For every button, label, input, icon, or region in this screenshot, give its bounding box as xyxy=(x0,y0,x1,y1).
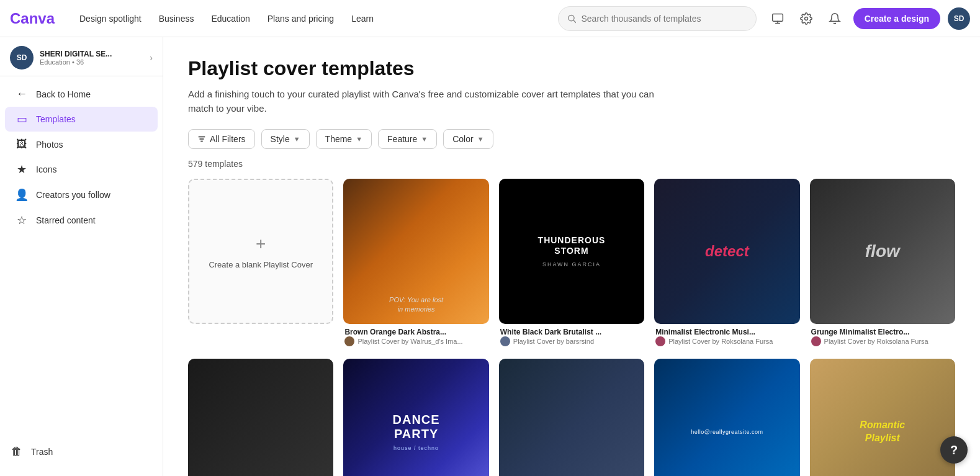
template-thumb-t4: flow 🎓 xyxy=(810,179,955,324)
settings-icon-btn[interactable] xyxy=(795,7,817,30)
sidebar-item-back-home-label: Back to Home xyxy=(36,89,91,99)
sidebar-user-sub: Education • 36 xyxy=(40,58,143,66)
edu-badge-t2: 🎓 xyxy=(626,305,639,319)
creators-follow-icon: 👤 xyxy=(15,188,29,202)
template-name-t4: Grunge Minimalist Electro... xyxy=(811,328,954,336)
template-card-t7[interactable]: RUNNER Runner Playlist Cover xyxy=(499,359,644,476)
nav-business[interactable]: Business xyxy=(150,10,203,27)
svg-text:Canva: Canva xyxy=(10,10,55,27)
template-by-t3: Playlist Cover by Roksolana Fursa xyxy=(668,338,773,345)
template-card-t1[interactable]: POV: You are lostin memories 🎓 Brown Ora… xyxy=(343,179,488,349)
help-button[interactable]: ? xyxy=(940,436,968,464)
sidebar-item-photos[interactable]: 🖼 Photos xyxy=(5,132,158,156)
template-card-t6[interactable]: DANCEPARTY house / techno Dance Party Pl… xyxy=(343,359,488,476)
template-thumb-t7: RUNNER xyxy=(499,359,644,476)
template-thumb-t9: RomanticPlaylist xyxy=(810,359,955,476)
sidebar-item-trash[interactable]: 🗑 Trash xyxy=(0,439,163,464)
template-card-t3[interactable]: detect 🎓 Minimalist Electronic Musi... P… xyxy=(654,179,799,349)
monitor-icon-btn[interactable] xyxy=(766,7,789,30)
edu-badge-t3: 🎓 xyxy=(781,305,795,319)
feature-filter-button[interactable]: Feature ▼ xyxy=(378,129,437,149)
template-count: 579 templates xyxy=(188,159,955,169)
svg-line-2 xyxy=(573,20,576,22)
template-by-avatar-t1 xyxy=(344,336,354,346)
sidebar-item-icons[interactable]: ★ Icons xyxy=(5,157,158,182)
template-card-t5[interactable]: Love Love Dark... Playlist Cover xyxy=(188,359,333,476)
all-filters-label: All Filters xyxy=(210,134,246,144)
style-filter-button[interactable]: Style ▼ xyxy=(261,129,310,149)
starred-icon: ☆ xyxy=(15,213,29,227)
topnav-icon-group xyxy=(766,7,846,30)
template-info-t2: White Black Dark Brutalist ... Playlist … xyxy=(499,324,644,349)
photos-icon: 🖼 xyxy=(15,138,29,151)
template-by-t4: Playlist Cover by Roksolana Fursa xyxy=(824,338,928,345)
sidebar-item-starred-label: Starred content xyxy=(36,215,96,225)
sidebar-item-templates-label: Templates xyxy=(36,114,76,124)
theme-filter-label: Theme xyxy=(325,134,353,144)
sidebar-item-photos-label: Photos xyxy=(36,140,63,150)
sidebar-user-avatar: SD xyxy=(10,46,34,70)
blank-card-label: Create a blank Playlist Cover xyxy=(201,260,320,269)
template-by-row-t1: Playlist Cover by Walrus_d's Ima... xyxy=(344,336,487,346)
template-info-t4: Grunge Minimalist Electro... Playlist Co… xyxy=(810,324,955,349)
nav-design-spotlight[interactable]: Design spotlight xyxy=(71,10,150,27)
template-by-avatar-t3 xyxy=(655,336,665,346)
top-navigation: Canva Design spotlight Business Educatio… xyxy=(0,0,980,37)
sidebar-item-creators-follow-label: Creators you follow xyxy=(36,190,110,200)
style-chevron-icon: ▼ xyxy=(294,135,300,143)
color-chevron-icon: ▼ xyxy=(477,135,484,143)
create-blank-card[interactable]: + Create a blank Playlist Cover xyxy=(188,179,333,324)
feature-filter-label: Feature xyxy=(387,134,417,144)
theme-filter-button[interactable]: Theme ▼ xyxy=(316,129,372,149)
main-layout: SD SHERI DIGITAL SE... Education • 36 › … xyxy=(0,37,980,476)
color-filter-button[interactable]: Color ▼ xyxy=(443,129,493,149)
template-name-t2: White Black Dark Brutalist ... xyxy=(500,328,643,336)
sidebar-item-creators-follow[interactable]: 👤 Creators you follow xyxy=(5,182,158,207)
nav-education[interactable]: Education xyxy=(202,10,258,27)
sidebar-user-card[interactable]: SD SHERI DIGITAL SE... Education • 36 › xyxy=(0,37,163,76)
sidebar-item-templates[interactable]: ▭ Templates xyxy=(5,107,158,132)
logo[interactable]: Canva xyxy=(10,10,60,27)
sidebar-trash-label: Trash xyxy=(31,447,53,457)
search-bar xyxy=(558,6,757,31)
template-card-t9[interactable]: RomanticPlaylist Romantic Playlist Playl… xyxy=(810,359,955,476)
templates-icon: ▭ xyxy=(15,112,29,126)
template-info-t3: Minimalist Electronic Musi... Playlist C… xyxy=(654,324,799,349)
template-thumb-t8: hello@reallygreatsite.com xyxy=(654,359,799,476)
template-by-row-t3: Playlist Cover by Roksolana Fursa xyxy=(655,336,798,346)
template-card-t4[interactable]: flow 🎓 Grunge Minimalist Electro... Play… xyxy=(810,179,955,349)
sidebar-user-name: SHERI DIGITAL SE... xyxy=(40,50,143,58)
sidebar-user-chevron-icon: › xyxy=(150,53,153,63)
sidebar-item-icons-label: Icons xyxy=(36,164,56,174)
style-filter-label: Style xyxy=(271,134,290,144)
sidebar-user-info: SHERI DIGITAL SE... Education • 36 xyxy=(40,50,143,66)
create-design-button[interactable]: Create a design xyxy=(853,8,940,29)
notifications-icon-btn[interactable] xyxy=(824,7,846,30)
nav-learn[interactable]: Learn xyxy=(343,10,382,27)
template-by-row-t2: Playlist Cover by barsrsind xyxy=(500,336,643,346)
search-input[interactable] xyxy=(581,14,747,24)
filter-bar: All Filters Style ▼ Theme ▼ Feature ▼ Co… xyxy=(188,129,955,149)
sidebar-item-back-home[interactable]: ← Back to Home xyxy=(5,82,158,106)
template-by-t1: Playlist Cover by Walrus_d's Ima... xyxy=(357,338,462,345)
template-card-t2[interactable]: THUNDEROUSSTORM SHAWN GARCIA 🎓 White Bla… xyxy=(499,179,644,349)
template-card-t8[interactable]: hello@reallygreatsite.com Hello Really G… xyxy=(654,359,799,476)
template-by-avatar-t4 xyxy=(811,336,821,346)
trash-icon: 🗑 xyxy=(10,445,24,458)
back-home-icon: ← xyxy=(15,88,29,101)
user-avatar[interactable]: SD xyxy=(948,7,970,30)
edu-badge-t4: 🎓 xyxy=(937,305,950,319)
template-name-t1: Brown Orange Dark Abstra... xyxy=(344,328,487,336)
template-name-t3: Minimalist Electronic Musi... xyxy=(655,328,798,336)
theme-chevron-icon: ▼ xyxy=(356,135,362,143)
color-filter-label: Color xyxy=(452,134,473,144)
feature-chevron-icon: ▼ xyxy=(421,135,428,143)
all-filters-button[interactable]: All Filters xyxy=(188,129,255,149)
blank-plus-icon: + xyxy=(256,234,266,254)
sidebar-nav: ← Back to Home ▭ Templates 🖼 Photos ★ Ic… xyxy=(0,76,163,238)
nav-plans-pricing[interactable]: Plans and pricing xyxy=(259,10,343,27)
template-by-row-t4: Playlist Cover by Roksolana Fursa xyxy=(811,336,954,346)
template-thumb-t2: THUNDEROUSSTORM SHAWN GARCIA 🎓 xyxy=(499,179,644,324)
sidebar-item-starred[interactable]: ☆ Starred content xyxy=(5,208,158,233)
template-by-t2: Playlist Cover by barsrsind xyxy=(513,338,594,345)
